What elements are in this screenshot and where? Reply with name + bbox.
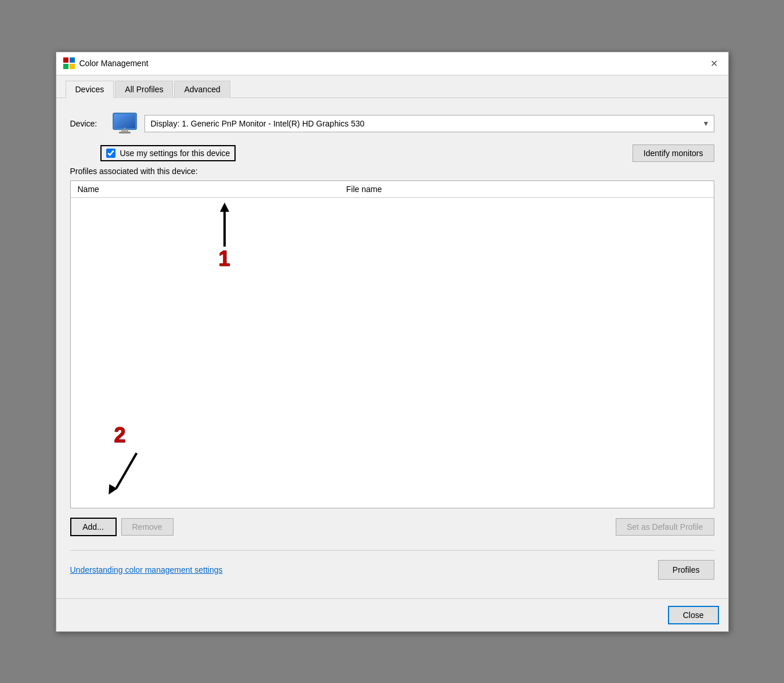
title-bar: Color Management ✕ (56, 52, 728, 75)
content-area: Device: Display: 1. Generic PnP Monitor … (56, 98, 728, 598)
close-dialog-button[interactable]: Close (668, 606, 719, 624)
button-row: Add... Remove Set as Default Profile (70, 518, 714, 536)
use-settings-label[interactable]: Use my settings for this device (120, 149, 230, 158)
window-title: Color Management (80, 59, 149, 68)
checkbox-area: Use my settings for this device (100, 145, 236, 161)
window-close-button[interactable]: ✕ (707, 57, 721, 70)
svg-rect-2 (63, 64, 68, 69)
device-label: Device: (70, 119, 105, 128)
remove-button[interactable]: Remove (121, 518, 174, 536)
footer-divider (70, 550, 714, 551)
use-settings-checkbox-wrapper[interactable]: Use my settings for this device (100, 145, 236, 161)
svg-rect-7 (121, 129, 128, 132)
tab-advanced[interactable]: Advanced (174, 81, 230, 98)
checkbox-identify-row: Use my settings for this device Identify… (70, 144, 714, 162)
monitor-icon (112, 112, 138, 135)
device-select[interactable]: Display: 1. Generic PnP Monitor - Intel(… (144, 115, 714, 132)
profiles-button[interactable]: Profiles (658, 560, 714, 580)
title-bar-left: Color Management (63, 57, 149, 69)
profiles-associated-label-row: Profiles associated with this device: (70, 167, 714, 176)
svg-rect-6 (114, 114, 135, 128)
tab-bar: Devices All Profiles Advanced (56, 75, 728, 98)
col-filename: File name (339, 181, 714, 198)
svg-point-9 (124, 128, 125, 129)
app-icon (63, 57, 75, 69)
tab-devices[interactable]: Devices (66, 81, 114, 98)
device-row: Device: Display: 1. Generic PnP Monitor … (70, 112, 714, 135)
table-header-row: Name File name (71, 181, 714, 198)
svg-rect-3 (70, 64, 75, 69)
col-name: Name (71, 181, 339, 198)
bottom-bar: Close (56, 598, 728, 631)
svg-rect-0 (63, 57, 68, 63)
profiles-associated-label: Profiles associated with this device: (70, 167, 198, 176)
use-settings-checkbox[interactable] (106, 149, 115, 158)
set-default-profile-button[interactable]: Set as Default Profile (616, 518, 714, 536)
tab-all-profiles[interactable]: All Profiles (115, 81, 173, 98)
add-button[interactable]: Add... (70, 518, 117, 536)
footer: Understanding color management settings … (70, 555, 714, 584)
understanding-color-mgmt-link[interactable]: Understanding color management settings (70, 565, 223, 574)
svg-rect-8 (119, 132, 131, 133)
profiles-table-wrapper: Name File name (70, 180, 714, 508)
profiles-table: Name File name (71, 181, 714, 198)
device-dropdown-wrapper: Display: 1. Generic PnP Monitor - Intel(… (144, 115, 714, 132)
color-management-window: Color Management ✕ Devices All Profiles … (56, 52, 729, 632)
svg-rect-1 (70, 57, 75, 63)
identify-monitors-button[interactable]: Identify monitors (633, 144, 714, 162)
